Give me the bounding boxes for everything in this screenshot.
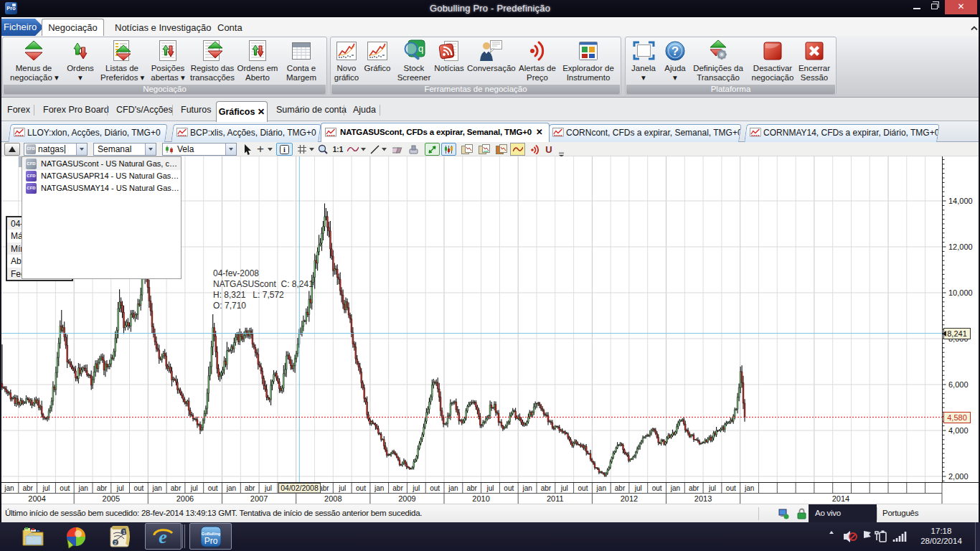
- svg-text:abr: abr: [22, 484, 33, 492]
- svg-text:2: 2: [114, 540, 117, 545]
- svg-text:abr: abr: [97, 484, 108, 492]
- svg-text:out: out: [504, 484, 514, 492]
- svg-text:2012: 2012: [621, 494, 638, 503]
- svg-text:2011: 2011: [547, 494, 564, 503]
- svg-text:2004: 2004: [28, 494, 45, 503]
- svg-text:jul: jul: [486, 484, 494, 492]
- svg-text:jul: jul: [708, 484, 716, 492]
- svg-text:2,000: 2,000: [948, 472, 969, 481]
- svg-text:jul: jul: [116, 484, 124, 492]
- svg-text:jan: jan: [226, 484, 236, 492]
- svg-text:jul: jul: [634, 484, 642, 492]
- svg-text:1: 1: [123, 529, 126, 534]
- svg-text:04/02/2008: 04/02/2008: [281, 484, 319, 492]
- svg-text:out: out: [578, 484, 588, 492]
- svg-text:12,000: 12,000: [948, 242, 973, 251]
- svg-text:2010: 2010: [472, 494, 489, 503]
- svg-text:10,000: 10,000: [948, 288, 973, 297]
- svg-text:out: out: [60, 484, 70, 492]
- svg-text:jul: jul: [42, 484, 50, 492]
- svg-text:14,000: 14,000: [948, 197, 973, 205]
- svg-text:2013: 2013: [694, 494, 712, 503]
- svg-text:i: i: [283, 146, 286, 154]
- svg-text:jan: jan: [522, 484, 532, 492]
- svg-text:jan: jan: [448, 484, 458, 492]
- svg-text:jan: jan: [670, 484, 680, 492]
- svg-text:jul: jul: [412, 484, 420, 492]
- svg-text:2006: 2006: [176, 494, 194, 503]
- svg-text:jan: jan: [374, 484, 384, 492]
- svg-text:jan: jan: [77, 484, 88, 492]
- svg-text:jul: jul: [560, 484, 568, 492]
- svg-text:abr: abr: [689, 484, 699, 492]
- svg-text:out: out: [356, 484, 366, 492]
- svg-text:jan: jan: [152, 484, 162, 492]
- svg-text:jan: jan: [744, 484, 754, 492]
- svg-text:jan: jan: [4, 484, 14, 492]
- svg-text:out: out: [430, 484, 440, 492]
- svg-text:jan: jan: [596, 484, 606, 492]
- svg-text:out: out: [726, 484, 736, 492]
- svg-text:?: ?: [672, 44, 679, 58]
- svg-text:out: out: [652, 484, 662, 492]
- svg-text:6,000: 6,000: [948, 380, 969, 389]
- svg-text:out: out: [133, 484, 143, 492]
- svg-text:abr: abr: [541, 484, 552, 492]
- svg-text:Pro: Pro: [204, 536, 218, 546]
- svg-text:abr: abr: [245, 484, 255, 492]
- svg-text:abr: abr: [615, 484, 626, 492]
- svg-text:abr: abr: [171, 484, 182, 492]
- svg-text:2014: 2014: [832, 494, 849, 503]
- svg-text:2005: 2005: [103, 494, 120, 503]
- svg-text:2007: 2007: [250, 494, 268, 503]
- svg-text:jul: jul: [190, 484, 198, 492]
- svg-text:out: out: [208, 484, 218, 492]
- svg-text:jul: jul: [338, 484, 346, 492]
- svg-text:2008: 2008: [324, 494, 341, 503]
- svg-text:4,000: 4,000: [948, 426, 969, 435]
- svg-text:2009: 2009: [398, 494, 415, 503]
- svg-text:abr: abr: [392, 484, 403, 492]
- svg-text:jul: jul: [264, 484, 272, 492]
- svg-text:q: q: [418, 43, 423, 54]
- svg-text:abr: abr: [466, 484, 477, 492]
